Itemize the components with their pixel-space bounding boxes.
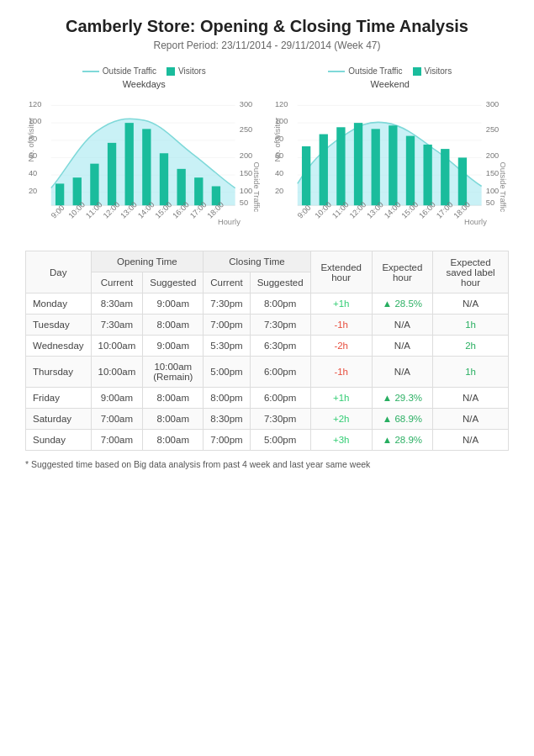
table-row: Saturday 7:00am 8:00am 8:30pm 7:30pm +2h… <box>26 409 509 430</box>
svg-rect-21 <box>56 183 64 205</box>
svg-rect-25 <box>125 123 134 205</box>
visitors-legend-item: Visitors <box>167 66 206 76</box>
extended-hour-cell: +1h <box>310 293 372 315</box>
opening-time-header: Opening Time <box>91 251 204 272</box>
svg-text:250: 250 <box>240 125 253 134</box>
table-row: Tuesday 7:30am 8:00am 7:00pm 7:30pm -1h … <box>26 315 509 336</box>
opening-suggested-cell: 8:00am <box>143 388 204 409</box>
opening-current-cell: 7:00am <box>91 430 143 451</box>
svg-text:150: 150 <box>485 169 499 177</box>
svg-text:Outside Traffic: Outside Traffic <box>499 162 507 213</box>
closing-suggested-subheader: Suggested <box>250 272 310 293</box>
weekend-chart-container: Outside Traffic Visitors Weekend 120 100… <box>272 66 510 227</box>
svg-rect-68 <box>389 125 397 205</box>
analysis-table: Day Opening Time Closing Time Extended h… <box>25 251 509 451</box>
svg-rect-24 <box>108 143 116 205</box>
opening-current-cell: 9:00am <box>91 388 143 409</box>
weekend-outside-traffic-legend-color <box>328 71 345 72</box>
extended-hour-cell: -1h <box>310 357 372 388</box>
svg-text:200: 200 <box>485 151 499 160</box>
day-cell: Wednesday <box>26 336 92 357</box>
svg-text:9:00: 9:00 <box>50 204 66 220</box>
weekend-outside-traffic-legend-label: Outside Traffic <box>348 66 402 76</box>
svg-text:Outside Traffic: Outside Traffic <box>252 162 261 213</box>
weekend-outside-traffic-legend-item: Outside Traffic <box>328 66 402 76</box>
opening-current-cell: 10:00am <box>91 336 143 357</box>
opening-suggested-cell: 8:00am <box>143 315 204 336</box>
day-cell: Tuesday <box>26 315 92 336</box>
visitors-legend-label: Visitors <box>178 66 206 76</box>
svg-text:50: 50 <box>485 198 494 207</box>
opening-suggested-cell: 10:00am(Remain) <box>143 357 204 388</box>
extended-hour-cell: +2h <box>310 409 372 430</box>
table-section: Day Opening Time Closing Time Extended h… <box>25 251 509 469</box>
weekend-legend: Outside Traffic Visitors <box>272 66 510 76</box>
svg-text:150: 150 <box>240 169 253 177</box>
svg-text:300: 300 <box>485 100 499 108</box>
day-cell: Monday <box>26 293 92 315</box>
svg-rect-72 <box>457 157 466 205</box>
expected-saved-cell: 1h <box>433 357 509 388</box>
weekdays-svg: 120 100 80 60 40 20 300 250 200 150 100 … <box>25 93 263 227</box>
svg-rect-27 <box>160 153 168 205</box>
opening-suggested-cell: 9:00am <box>143 293 204 315</box>
svg-rect-67 <box>371 129 379 205</box>
expected-hour-cell: ▲ 28.5% <box>372 293 432 315</box>
table-row: Monday 8:30am 9:00am 7:30pm 8:00pm +1h ▲… <box>26 293 509 315</box>
extended-hour-cell: +1h <box>310 388 372 409</box>
expected-saved-cell: N/A <box>433 430 509 451</box>
weekend-chart-title: Weekend <box>272 79 510 89</box>
svg-rect-69 <box>405 136 414 206</box>
closing-suggested-cell: 7:30pm <box>250 315 310 336</box>
opening-current-cell: 10:00am <box>91 357 143 388</box>
outside-traffic-legend-item: Outside Traffic <box>82 66 156 76</box>
svg-text:100: 100 <box>485 187 499 195</box>
extended-hour-cell: -2h <box>310 336 372 357</box>
svg-rect-65 <box>336 127 345 205</box>
expected-saved-header: Expected saved label hour <box>433 251 509 293</box>
closing-time-header: Closing Time <box>204 251 310 272</box>
charts-row: Outside Traffic Visitors Weekdays 120 10… <box>25 66 509 227</box>
svg-text:40: 40 <box>29 169 37 177</box>
visitors-legend-color <box>167 67 175 76</box>
closing-suggested-cell: 8:00pm <box>250 293 310 315</box>
extended-hour-header: Extended hour <box>310 251 372 293</box>
svg-rect-71 <box>441 149 449 205</box>
closing-current-subheader: Current <box>204 272 250 293</box>
table-row: Thursday 10:00am 10:00am(Remain) 5:00pm … <box>26 357 509 388</box>
weekdays-legend: Outside Traffic Visitors <box>25 66 263 76</box>
opening-current-subheader: Current <box>91 272 143 293</box>
weekend-svg: 120 100 80 60 40 20 300 250 200 150 100 … <box>272 93 510 227</box>
svg-text:100: 100 <box>240 187 253 195</box>
opening-current-cell: 7:00am <box>91 409 143 430</box>
closing-current-cell: 5:30pm <box>204 336 250 357</box>
day-cell: Thursday <box>26 357 92 388</box>
weekend-visitors-legend-label: Visitors <box>425 66 452 76</box>
expected-hour-cell: N/A <box>372 357 432 388</box>
closing-suggested-cell: 7:30pm <box>250 409 310 430</box>
expected-saved-cell: N/A <box>433 293 509 315</box>
expected-hour-cell: ▲ 28.9% <box>372 430 432 451</box>
closing-current-cell: 7:00pm <box>204 430 250 451</box>
svg-text:50: 50 <box>240 198 248 207</box>
closing-suggested-cell: 6:30pm <box>250 336 310 357</box>
weekdays-chart-title: Weekdays <box>25 79 263 89</box>
extended-hour-cell: +3h <box>310 430 372 451</box>
closing-current-cell: 7:30pm <box>204 293 250 315</box>
extended-hour-cell: -1h <box>310 315 372 336</box>
svg-text:40: 40 <box>274 169 283 177</box>
expected-hour-cell: ▲ 68.9% <box>372 409 432 430</box>
closing-current-cell: 7:00pm <box>204 315 250 336</box>
svg-text:9:00: 9:00 <box>295 204 312 220</box>
svg-text:300: 300 <box>240 100 253 108</box>
opening-suggested-subheader: Suggested <box>143 272 204 293</box>
expected-hour-cell: N/A <box>372 336 432 357</box>
expected-hour-cell: N/A <box>372 315 432 336</box>
day-cell: Sunday <box>26 430 92 451</box>
svg-text:Hourly: Hourly <box>218 218 241 226</box>
weekend-chart-area: 120 100 80 60 40 20 300 250 200 150 100 … <box>272 93 510 227</box>
svg-text:200: 200 <box>240 151 253 160</box>
svg-text:20: 20 <box>274 187 283 195</box>
svg-text:Hourly: Hourly <box>463 218 486 226</box>
expected-hour-cell: ▲ 29.3% <box>372 388 432 409</box>
